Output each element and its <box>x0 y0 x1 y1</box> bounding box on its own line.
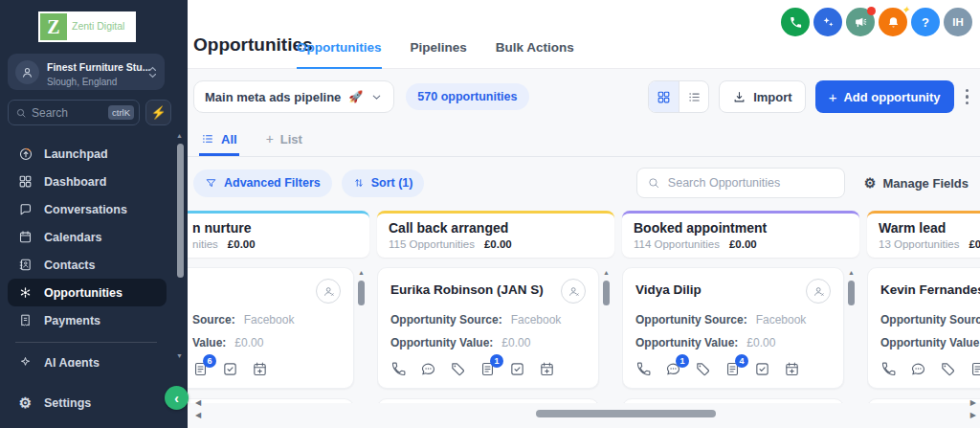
scroll-down-icon[interactable]: ▼ <box>176 352 183 359</box>
tab-opportunities[interactable]: Opportunities <box>297 40 382 69</box>
scrollbar-thumb[interactable] <box>603 281 610 305</box>
opportunity-search-input[interactable] <box>668 176 835 190</box>
sidebar-item-opportunities[interactable]: Opportunities <box>8 279 167 306</box>
column-header[interactable]: Call back arranged 115 Opportunities£0.0… <box>377 211 614 258</box>
scroll-up-icon[interactable]: ▲ <box>603 269 610 276</box>
search-icon <box>647 176 660 190</box>
column-header[interactable]: n nurture nities£0.00 <box>188 211 369 258</box>
kanban-board: n nurture nities£0.00 Source:Facebook Va… <box>188 209 980 428</box>
scroll-up-icon[interactable]: ▲ <box>358 269 365 276</box>
column-count: 13 Opportunities <box>879 238 959 250</box>
add-opportunity-label: Add opportunity <box>843 90 940 104</box>
horizontal-scrollbar[interactable]: ◀ ◀ ▶ ▶ <box>188 403 980 428</box>
sidebar-collapse-button[interactable]: ‹ <box>165 386 189 410</box>
call-icon[interactable] <box>880 361 897 377</box>
notes-icon[interactable]: 4 <box>724 361 741 377</box>
ai-sparkle-button[interactable] <box>813 8 842 36</box>
notes-icon[interactable]: 4 <box>969 361 980 377</box>
help-button[interactable]: ? <box>911 8 940 36</box>
calendar-icon[interactable] <box>539 361 555 377</box>
tag-icon[interactable] <box>940 361 956 377</box>
scrollbar-thumb[interactable] <box>177 144 184 278</box>
column-amount: £0.00 <box>484 238 512 250</box>
notifications-bell-button[interactable]: ✦ <box>879 8 907 36</box>
scrollbar-thumb[interactable] <box>848 281 855 305</box>
sidebar-item-contacts[interactable]: Contacts <box>8 251 167 279</box>
column-title: Warm lead <box>879 220 980 236</box>
notes-badge: 4 <box>735 354 748 368</box>
call-icon[interactable] <box>390 361 407 377</box>
add-opportunity-button[interactable]: + Add opportunity <box>815 80 954 113</box>
calendar-icon[interactable] <box>252 361 268 377</box>
announcements-button[interactable] <box>846 8 875 36</box>
more-options-button[interactable] <box>964 85 971 109</box>
scrollbar-thumb[interactable] <box>536 410 716 417</box>
sidebar-item-ai-agents[interactable]: AI Agents <box>8 349 167 367</box>
pipeline-select[interactable]: Main meta ads pipeline 🚀 <box>193 80 394 113</box>
sidebar-item-payments[interactable]: Payments <box>8 306 167 334</box>
message-badge: 1 <box>676 354 689 368</box>
opportunity-search[interactable] <box>636 168 845 198</box>
agency-logo: Z Zenti Digital <box>38 11 136 42</box>
scroll-up-icon[interactable]: ▲ <box>848 269 855 276</box>
scroll-right-icon[interactable]: ▶ <box>970 398 976 407</box>
value-label: Opportunity Value: <box>880 336 980 349</box>
sidebar-item-settings[interactable]: ⚙ Settings <box>8 389 167 417</box>
tab-bulk-actions[interactable]: Bulk Actions <box>496 40 574 69</box>
header-tabs: Opportunities Pipelines Bulk Actions <box>297 40 574 69</box>
assign-user-icon[interactable] <box>316 279 341 304</box>
sort-button[interactable]: Sort (1) <box>342 169 425 197</box>
sidebar-item-launchpad[interactable]: Launchpad <box>8 140 167 168</box>
scroll-left-icon[interactable]: ◀ <box>195 398 201 407</box>
column-header[interactable]: Booked appointment 114 Opportunities£0.0… <box>622 211 859 258</box>
grid-view-button[interactable] <box>649 81 679 112</box>
rocket-emoji: 🚀 <box>348 90 363 103</box>
view-toggle <box>648 80 709 113</box>
column-header[interactable]: Warm lead 13 Opportunities£0.00 <box>867 211 980 258</box>
sidebar-search[interactable]: ctrlK <box>8 100 140 125</box>
tag-icon[interactable] <box>450 361 466 377</box>
assign-user-icon[interactable] <box>806 279 831 304</box>
opportunity-card[interactable]: Vidya Dilip Opportunity Source:Facebook … <box>622 267 844 389</box>
tab-all[interactable]: All <box>199 123 239 156</box>
list-view-button[interactable] <box>679 81 708 112</box>
scroll-left-icon[interactable]: ◀ <box>195 411 201 419</box>
bell-badge-icon: ✦ <box>902 4 910 16</box>
calendar-icon[interactable] <box>784 361 800 377</box>
sidebar-item-calendars[interactable]: Calendars <box>8 223 167 251</box>
tasks-icon[interactable] <box>754 361 770 377</box>
logo-mark: Z <box>40 13 67 40</box>
message-icon[interactable] <box>910 361 926 377</box>
message-icon[interactable]: 1 <box>665 361 681 377</box>
tab-all-label: All <box>221 132 237 146</box>
sidebar-item-conversations[interactable]: Conversations <box>8 195 167 223</box>
advanced-filters-button[interactable]: Advanced Filters <box>193 169 332 197</box>
tasks-icon[interactable] <box>509 361 525 377</box>
notes-icon[interactable]: 1 <box>479 361 496 377</box>
scroll-right-icon[interactable]: ▶ <box>970 411 976 419</box>
account-switcher[interactable]: Finest Furniture Stu... Slough, England <box>8 54 165 90</box>
assign-user-icon[interactable] <box>561 279 586 304</box>
user-avatar[interactable]: IH <box>944 8 972 36</box>
manage-fields-button[interactable]: ⚙ Manage Fields <box>864 175 969 191</box>
ai-bolt-button[interactable]: ⚡ <box>145 100 171 125</box>
sidebar-scrollbar[interactable]: ▲ ▼ <box>172 130 188 428</box>
opportunity-card[interactable]: Eurika Robinson (JAN S) Opportunity Sour… <box>377 267 599 389</box>
phone-button[interactable] <box>781 8 810 36</box>
sidebar-search-input[interactable] <box>32 106 108 120</box>
opportunity-name: Kevin Fernandes <box>880 279 980 297</box>
list-icon <box>201 132 214 146</box>
notes-icon[interactable]: 6 <box>192 361 209 377</box>
tag-icon[interactable] <box>695 361 711 377</box>
tasks-icon[interactable] <box>222 361 238 377</box>
scroll-up-icon[interactable]: ▲ <box>176 132 183 139</box>
scrollbar-thumb[interactable] <box>358 281 365 305</box>
message-icon[interactable] <box>420 361 436 377</box>
sidebar-item-dashboard[interactable]: Dashboard <box>8 168 167 195</box>
opportunity-card[interactable]: Kevin Fernandes Opportunity Source:Faceb… <box>867 267 980 389</box>
tab-add-list[interactable]: + List <box>264 123 304 156</box>
call-icon[interactable] <box>635 361 652 377</box>
opportunity-card[interactable]: Source:Facebook Value:£0.00 6 <box>188 267 354 389</box>
tab-pipelines[interactable]: Pipelines <box>411 40 467 69</box>
import-button[interactable]: Import <box>719 80 805 113</box>
